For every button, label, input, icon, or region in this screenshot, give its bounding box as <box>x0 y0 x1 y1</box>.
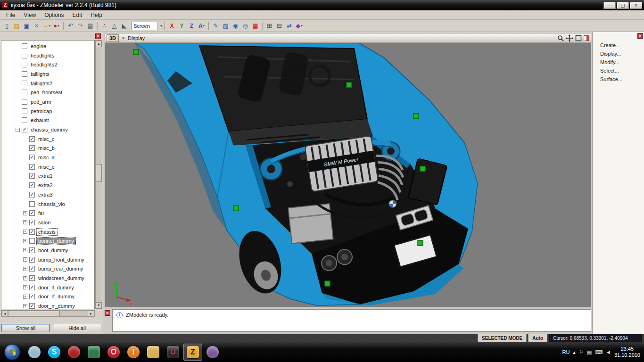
tree-item-chassis_vlo[interactable]: chassis_vlo <box>1 199 94 209</box>
visibility-checkbox[interactable]: ✓ <box>29 303 35 309</box>
record-dropdown-icon[interactable]: ▾ <box>58 24 59 28</box>
tree-item-misc_e[interactable]: ✓misc_e <box>1 162 94 172</box>
tree-item-door_rf_dummy[interactable]: +✓door_rf_dummy <box>1 292 94 302</box>
menu-item-edit[interactable]: Edit <box>68 11 87 19</box>
maximize-button[interactable]: ▢ <box>617 2 629 9</box>
settings-button[interactable]: ◆▾ <box>294 21 304 31</box>
record-button[interactable]: ●▾ <box>51 21 61 31</box>
auto-indicator[interactable]: Auto <box>528 334 547 342</box>
visibility-checkbox[interactable] <box>22 43 27 49</box>
panel-menu-select[interactable]: Select... <box>600 68 644 74</box>
view-mode-select-arrow-icon[interactable]: ▾ <box>157 22 165 30</box>
tree-item-far[interactable]: +✓far <box>1 208 94 218</box>
zoom-icon[interactable] <box>557 34 564 42</box>
visibility-checkbox[interactable]: ✓ <box>29 275 35 281</box>
log-panel-close-button[interactable]: × <box>105 310 110 316</box>
tree-item-windscreen_dummy[interactable]: +✓windscreen_dummy <box>1 273 94 283</box>
tray-hidden-icons-button[interactable]: ▴ <box>573 349 576 355</box>
tree-item-bonnet_dummy[interactable]: +bonnet_dummy <box>1 236 94 246</box>
tray-volume-icon[interactable]: ◄ <box>606 349 611 355</box>
tree-vertical-scrollbar[interactable]: ▲ ▼ <box>95 40 102 309</box>
scroll-left-button[interactable]: ◄ <box>1 311 8 316</box>
create-cylinder-button[interactable]: ◎ <box>240 21 250 31</box>
create-sphere-button[interactable]: ◉ <box>231 21 240 31</box>
horizontal-scroll-thumb[interactable] <box>8 311 60 316</box>
visibility-checkbox[interactable] <box>22 90 27 95</box>
plus-expander-icon[interactable]: + <box>23 211 27 215</box>
tree-item-door_lf_dummy[interactable]: +✓door_lf_dummy <box>1 283 94 292</box>
visibility-checkbox[interactable] <box>22 81 27 86</box>
tree-item-chassis[interactable]: +✓chassis <box>1 227 94 237</box>
tree-item-headlights2[interactable]: headlights2 <box>1 60 94 69</box>
plus-expander-icon[interactable]: + <box>23 295 27 299</box>
tree-item-taillights[interactable]: taillights <box>1 69 94 79</box>
visibility-checkbox[interactable]: ✓ <box>29 182 35 188</box>
taskbar-app-zmodeler[interactable]: Z <box>183 344 202 361</box>
visibility-checkbox[interactable]: ✓ <box>29 294 35 299</box>
export-dropdown-icon[interactable]: ▾ <box>49 24 51 28</box>
tree-item-bump_front_dummy[interactable]: +✓bump_front_dummy <box>1 255 94 264</box>
create-box-button[interactable]: ▧ <box>221 21 231 31</box>
axis-x-button[interactable]: X <box>167 21 177 31</box>
axes-all-button[interactable]: A▾ <box>197 21 206 31</box>
taskbar-app-magnet[interactable]: U <box>164 344 182 361</box>
axes-all-dropdown-icon[interactable]: ▾ <box>203 24 205 28</box>
attach-button[interactable]: ⊞ <box>264 21 274 31</box>
taskbar-app-media[interactable] <box>84 344 103 361</box>
tree-item-door_rr_dummy[interactable]: +✓door_rr_dummy <box>1 301 94 309</box>
visibility-checkbox[interactable] <box>22 62 27 67</box>
visibility-checkbox[interactable]: ✓ <box>29 192 35 197</box>
tree-item-headlights[interactable]: headlights <box>1 51 94 60</box>
tree-item-engine[interactable]: engine <box>1 41 94 51</box>
pan-icon[interactable] <box>566 34 573 42</box>
visibility-checkbox[interactable]: ✓ <box>29 136 35 142</box>
visibility-checkbox[interactable]: ✓ <box>29 266 35 272</box>
menu-item-options[interactable]: Options <box>40 11 68 19</box>
tree-item-extra2[interactable]: ✓extra2 <box>1 181 94 190</box>
plus-expander-icon[interactable]: + <box>23 230 27 234</box>
detach-button[interactable]: ⊟ <box>274 21 284 31</box>
right-panel-close-button[interactable]: × <box>637 33 643 39</box>
tree-item-petrolcap[interactable]: petrolcap <box>1 107 94 116</box>
engine-valve-cover[interactable]: BMW M Power <box>305 136 379 192</box>
tree-item-bump_rear_dummy[interactable]: +✓bump_rear_dummy <box>1 264 94 274</box>
visibility-checkbox[interactable] <box>22 53 27 58</box>
language-indicator[interactable]: RU <box>562 349 570 355</box>
visibility-checkbox[interactable]: ✓ <box>29 155 35 160</box>
plus-expander-icon[interactable]: + <box>23 285 27 289</box>
left-panel-close-button[interactable]: × <box>95 33 101 39</box>
viewport-view-label[interactable]: Display <box>128 35 145 41</box>
undo-button[interactable]: ↶ <box>66 21 75 31</box>
panel-menu-surface[interactable]: Surface... <box>600 76 644 82</box>
tree-horizontal-scrollbar[interactable]: ◄ ► <box>1 310 95 317</box>
taskbar-app-browser[interactable] <box>25 344 44 361</box>
panel-menu-display[interactable]: Display... <box>600 51 644 57</box>
viewport-mode-button[interactable]: 3D <box>107 34 119 42</box>
visibility-checkbox[interactable]: ✓ <box>29 173 35 179</box>
visibility-checkbox[interactable] <box>29 238 35 244</box>
plus-expander-icon[interactable]: + <box>23 304 27 308</box>
tree-item-misc_a[interactable]: ✓misc_a <box>1 153 94 162</box>
tree-item-chassis_dummy[interactable]: −✓chassis_dummy <box>1 125 94 134</box>
menu-item-view[interactable]: View <box>19 11 40 19</box>
visibility-checkbox[interactable]: ✓ <box>29 210 35 216</box>
scroll-up-button[interactable]: ▲ <box>96 41 102 47</box>
visibility-checkbox[interactable]: ✓ <box>29 229 35 235</box>
taskbar-app-paint[interactable] <box>203 344 222 361</box>
taskbar-app-skype[interactable]: S <box>45 344 64 361</box>
plus-expander-icon[interactable]: + <box>23 257 27 262</box>
visibility-checkbox[interactable]: ✓ <box>29 257 35 263</box>
tree-item-ped_frontseat[interactable]: ped_frontseat <box>1 88 94 97</box>
visibility-checkbox[interactable] <box>22 108 27 114</box>
view-mode-select[interactable]: Screen▾ <box>131 22 165 30</box>
visibility-checkbox[interactable]: ✓ <box>29 164 35 170</box>
visibility-checkbox[interactable] <box>22 99 27 105</box>
viewport-canvas[interactable]: BMW M Power <box>105 43 591 307</box>
tree-item-misc_c[interactable]: ✓misc_c <box>1 134 94 144</box>
tree-item-salon[interactable]: +✓salon <box>1 218 94 227</box>
minus-expander-icon[interactable]: − <box>16 128 20 132</box>
close-button[interactable]: × <box>630 2 642 9</box>
taskbar-app-red-oval[interactable]: O <box>104 344 123 361</box>
tree-item-misc_b[interactable]: ✓misc_b <box>1 144 94 153</box>
taskbar-app-explorer[interactable] <box>144 344 163 361</box>
